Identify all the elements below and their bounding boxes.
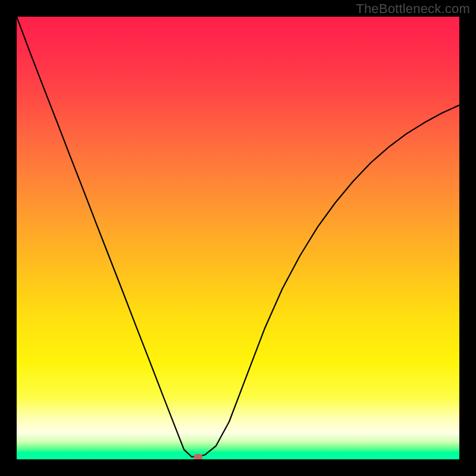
minimum-marker — [194, 454, 202, 459]
bottleneck-curve — [17, 17, 459, 457]
chart-frame: TheBottleneck.com — [0, 0, 476, 476]
curve-svg — [17, 17, 459, 459]
plot-area — [17, 17, 459, 459]
watermark-text: TheBottleneck.com — [356, 1, 470, 17]
